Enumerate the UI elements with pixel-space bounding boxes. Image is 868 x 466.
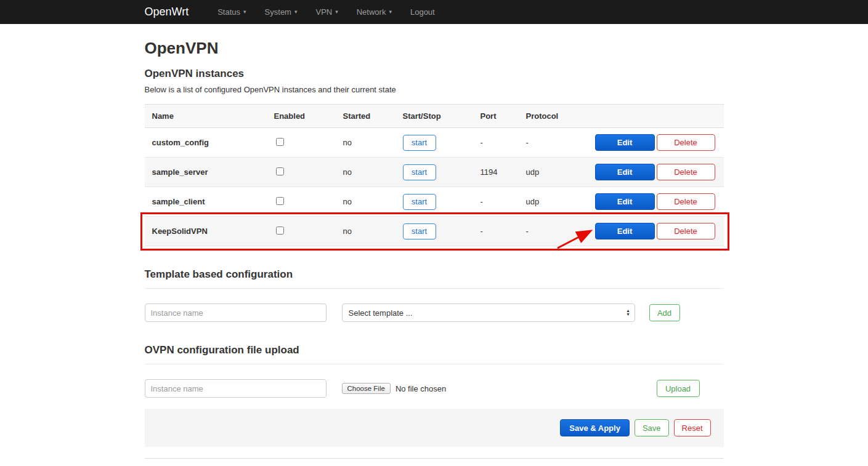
enabled-checkbox[interactable]: [276, 197, 284, 205]
port-value: -: [473, 217, 519, 246]
start-button[interactable]: start: [403, 223, 436, 239]
edit-button[interactable]: Edit: [595, 164, 655, 180]
protocol-value: -: [519, 217, 588, 246]
delete-button[interactable]: Delete: [657, 193, 715, 210]
nav-item-network[interactable]: Network ▾: [347, 0, 401, 24]
save-button[interactable]: Save: [635, 419, 669, 436]
table-row: sample_server no start 1194 udp Edit Del…: [145, 158, 724, 187]
delete-button[interactable]: Delete: [657, 223, 715, 239]
nav-item-status-label: Status: [217, 7, 240, 17]
chevron-down-icon: ▾: [294, 9, 298, 15]
nav-item-network-label: Network: [357, 7, 386, 17]
template-select[interactable]: Select template ... ▴▾: [342, 303, 635, 322]
table-row: custom_config no start - - Edit Delete: [145, 128, 724, 158]
chevron-down-icon: ▾: [335, 9, 338, 15]
page-title: OpenVPN: [145, 39, 724, 58]
col-header-actions: [588, 105, 724, 128]
upload-instance-name-input[interactable]: [145, 379, 327, 398]
port-value: -: [473, 128, 519, 158]
col-header-started: Started: [336, 105, 395, 128]
nav-item-vpn[interactable]: VPN ▾: [306, 0, 347, 24]
col-header-name: Name: [145, 105, 267, 128]
top-navbar: OpenWrt Status ▾ System ▾ VPN ▾ Network …: [0, 0, 868, 24]
template-instance-name-input[interactable]: [145, 303, 327, 322]
instances-section-title: OpenVPN instances: [145, 68, 724, 80]
save-apply-button[interactable]: Save & Apply: [560, 419, 630, 436]
nav-item-system-label: System: [265, 7, 291, 17]
edit-button[interactable]: Edit: [595, 134, 655, 151]
footer: Powered by LuCI openwrt-19.07 branch (gi…: [145, 458, 724, 466]
chevron-down-icon: ▾: [243, 9, 246, 15]
instance-name: KeepSolidVPN: [145, 217, 267, 246]
nav-item-logout[interactable]: Logout: [401, 0, 444, 24]
start-button[interactable]: start: [403, 194, 436, 210]
chevron-down-icon: ▾: [389, 9, 392, 15]
nav-item-status[interactable]: Status ▾: [208, 0, 255, 24]
nav-item-system[interactable]: System ▾: [256, 0, 307, 24]
col-header-protocol: Protocol: [519, 105, 588, 128]
brand-logo[interactable]: OpenWrt: [145, 6, 189, 18]
instances-table-wrap: Name Enabled Started Start/Stop Port Pro…: [145, 104, 724, 246]
nav-item-vpn-label: VPN: [315, 7, 332, 17]
started-value: no: [336, 217, 395, 246]
add-button[interactable]: Add: [649, 304, 680, 321]
edit-button[interactable]: Edit: [595, 193, 655, 210]
action-bar: Save & Apply Save Reset: [145, 409, 724, 447]
enabled-checkbox[interactable]: [276, 227, 284, 235]
upload-button[interactable]: Upload: [657, 380, 700, 397]
table-row: sample_client no start - udp Edit Delete: [145, 187, 724, 217]
instances-table: Name Enabled Started Start/Stop Port Pro…: [145, 104, 724, 246]
started-value: no: [336, 128, 395, 158]
col-header-port: Port: [473, 105, 519, 128]
started-value: no: [336, 158, 395, 187]
col-header-enabled: Enabled: [267, 105, 336, 128]
choose-file-button[interactable]: Choose File: [342, 383, 391, 394]
instance-name: sample_server: [145, 158, 267, 187]
start-button[interactable]: start: [403, 135, 436, 151]
instance-name: custom_config: [145, 128, 267, 158]
upload-form-row: Choose File No file chosen Upload: [145, 379, 724, 398]
protocol-value: -: [519, 128, 588, 158]
protocol-value: udp: [519, 158, 588, 187]
table-row-highlighted: KeepSolidVPN no start - - Edit Delete: [145, 217, 724, 246]
delete-button[interactable]: Delete: [657, 134, 715, 151]
delete-button[interactable]: Delete: [657, 164, 715, 180]
select-arrows-icon: ▴▾: [627, 309, 629, 316]
template-form-row: Select template ... ▴▾ Add: [145, 303, 724, 322]
template-select-value: Select template ...: [349, 308, 413, 318]
nav-menu: Status ▾ System ▾ VPN ▾ Network ▾ Logout: [208, 0, 444, 24]
reset-button[interactable]: Reset: [674, 419, 711, 436]
enabled-checkbox[interactable]: [276, 138, 284, 146]
port-value: -: [473, 187, 519, 217]
instance-name: sample_client: [145, 187, 267, 217]
col-header-start-stop: Start/Stop: [395, 105, 473, 128]
main-content: OpenVPN OpenVPN instances Below is a lis…: [145, 39, 724, 466]
edit-button[interactable]: Edit: [595, 223, 655, 239]
port-value: 1194: [473, 158, 519, 187]
instances-section-description: Below is a list of configured OpenVPN in…: [145, 85, 724, 94]
nav-item-logout-label: Logout: [410, 7, 435, 17]
file-status-text: No file chosen: [395, 384, 446, 393]
start-button[interactable]: start: [403, 164, 436, 180]
template-section-title: Template based configuration: [145, 268, 724, 289]
table-header-row: Name Enabled Started Start/Stop Port Pro…: [145, 105, 724, 128]
upload-section-title: OVPN configuration file upload: [145, 344, 724, 364]
protocol-value: udp: [519, 187, 588, 217]
started-value: no: [336, 187, 395, 217]
enabled-checkbox[interactable]: [276, 167, 284, 175]
file-input: Choose File No file chosen: [342, 383, 447, 394]
